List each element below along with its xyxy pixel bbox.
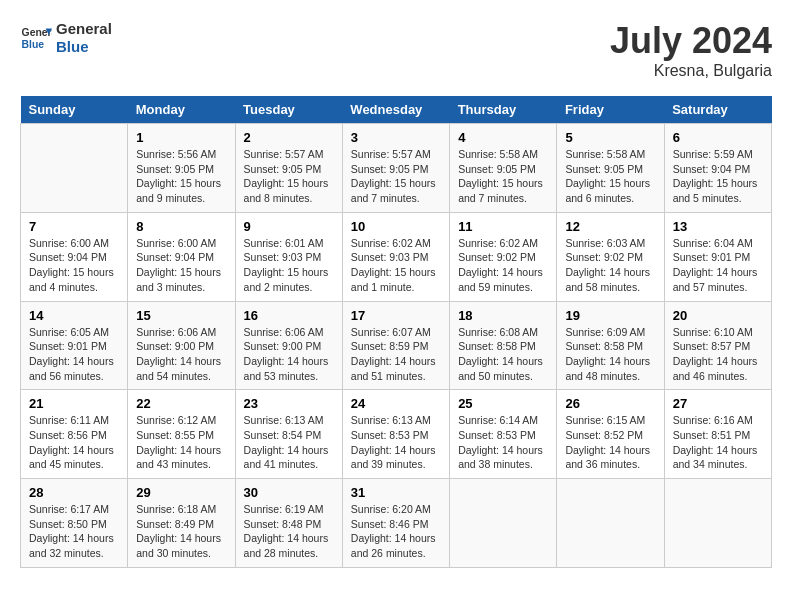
calendar-cell: 9Sunrise: 6:01 AMSunset: 9:03 PMDaylight… <box>235 212 342 301</box>
calendar-cell: 6Sunrise: 5:59 AMSunset: 9:04 PMDaylight… <box>664 124 771 213</box>
day-number: 5 <box>565 130 655 145</box>
day-number: 18 <box>458 308 548 323</box>
calendar-cell <box>450 479 557 568</box>
day-number: 29 <box>136 485 226 500</box>
weekday-header-sunday: Sunday <box>21 96 128 124</box>
day-info: Sunrise: 6:06 AMSunset: 9:00 PMDaylight:… <box>244 325 334 384</box>
weekday-header-thursday: Thursday <box>450 96 557 124</box>
day-info: Sunrise: 6:15 AMSunset: 8:52 PMDaylight:… <box>565 413 655 472</box>
calendar-cell: 2Sunrise: 5:57 AMSunset: 9:05 PMDaylight… <box>235 124 342 213</box>
day-number: 15 <box>136 308 226 323</box>
day-info: Sunrise: 6:20 AMSunset: 8:46 PMDaylight:… <box>351 502 441 561</box>
calendar-cell: 10Sunrise: 6:02 AMSunset: 9:03 PMDayligh… <box>342 212 449 301</box>
day-info: Sunrise: 5:57 AMSunset: 9:05 PMDaylight:… <box>244 147 334 206</box>
calendar-cell: 21Sunrise: 6:11 AMSunset: 8:56 PMDayligh… <box>21 390 128 479</box>
day-info: Sunrise: 6:09 AMSunset: 8:58 PMDaylight:… <box>565 325 655 384</box>
calendar-cell: 12Sunrise: 6:03 AMSunset: 9:02 PMDayligh… <box>557 212 664 301</box>
day-number: 23 <box>244 396 334 411</box>
day-number: 30 <box>244 485 334 500</box>
week-row-1: 1Sunrise: 5:56 AMSunset: 9:05 PMDaylight… <box>21 124 772 213</box>
day-number: 3 <box>351 130 441 145</box>
day-info: Sunrise: 6:13 AMSunset: 8:53 PMDaylight:… <box>351 413 441 472</box>
day-number: 8 <box>136 219 226 234</box>
calendar-cell: 17Sunrise: 6:07 AMSunset: 8:59 PMDayligh… <box>342 301 449 390</box>
day-info: Sunrise: 6:00 AMSunset: 9:04 PMDaylight:… <box>136 236 226 295</box>
month-title: July 2024 <box>610 20 772 62</box>
calendar-cell <box>664 479 771 568</box>
day-number: 9 <box>244 219 334 234</box>
calendar-cell: 29Sunrise: 6:18 AMSunset: 8:49 PMDayligh… <box>128 479 235 568</box>
day-number: 4 <box>458 130 548 145</box>
calendar-cell: 14Sunrise: 6:05 AMSunset: 9:01 PMDayligh… <box>21 301 128 390</box>
day-info: Sunrise: 6:08 AMSunset: 8:58 PMDaylight:… <box>458 325 548 384</box>
day-info: Sunrise: 6:06 AMSunset: 9:00 PMDaylight:… <box>136 325 226 384</box>
day-number: 22 <box>136 396 226 411</box>
day-number: 28 <box>29 485 119 500</box>
day-number: 24 <box>351 396 441 411</box>
day-info: Sunrise: 6:19 AMSunset: 8:48 PMDaylight:… <box>244 502 334 561</box>
day-info: Sunrise: 6:13 AMSunset: 8:54 PMDaylight:… <box>244 413 334 472</box>
day-number: 21 <box>29 396 119 411</box>
weekday-header-tuesday: Tuesday <box>235 96 342 124</box>
day-info: Sunrise: 6:17 AMSunset: 8:50 PMDaylight:… <box>29 502 119 561</box>
location-subtitle: Kresna, Bulgaria <box>610 62 772 80</box>
day-info: Sunrise: 6:02 AMSunset: 9:02 PMDaylight:… <box>458 236 548 295</box>
day-number: 31 <box>351 485 441 500</box>
day-number: 13 <box>673 219 763 234</box>
calendar-cell: 11Sunrise: 6:02 AMSunset: 9:02 PMDayligh… <box>450 212 557 301</box>
day-info: Sunrise: 5:58 AMSunset: 9:05 PMDaylight:… <box>458 147 548 206</box>
day-info: Sunrise: 6:02 AMSunset: 9:03 PMDaylight:… <box>351 236 441 295</box>
calendar-cell: 23Sunrise: 6:13 AMSunset: 8:54 PMDayligh… <box>235 390 342 479</box>
day-info: Sunrise: 5:56 AMSunset: 9:05 PMDaylight:… <box>136 147 226 206</box>
weekday-header-wednesday: Wednesday <box>342 96 449 124</box>
calendar-cell: 4Sunrise: 5:58 AMSunset: 9:05 PMDaylight… <box>450 124 557 213</box>
day-info: Sunrise: 6:03 AMSunset: 9:02 PMDaylight:… <box>565 236 655 295</box>
calendar-cell: 19Sunrise: 6:09 AMSunset: 8:58 PMDayligh… <box>557 301 664 390</box>
day-info: Sunrise: 6:05 AMSunset: 9:01 PMDaylight:… <box>29 325 119 384</box>
day-number: 20 <box>673 308 763 323</box>
day-info: Sunrise: 6:12 AMSunset: 8:55 PMDaylight:… <box>136 413 226 472</box>
day-info: Sunrise: 6:10 AMSunset: 8:57 PMDaylight:… <box>673 325 763 384</box>
day-number: 11 <box>458 219 548 234</box>
day-info: Sunrise: 6:14 AMSunset: 8:53 PMDaylight:… <box>458 413 548 472</box>
page-header: General Blue General Blue July 2024 Kres… <box>20 20 772 80</box>
calendar-cell: 8Sunrise: 6:00 AMSunset: 9:04 PMDaylight… <box>128 212 235 301</box>
svg-text:Blue: Blue <box>22 39 45 50</box>
day-number: 14 <box>29 308 119 323</box>
day-number: 19 <box>565 308 655 323</box>
day-number: 7 <box>29 219 119 234</box>
calendar-cell: 25Sunrise: 6:14 AMSunset: 8:53 PMDayligh… <box>450 390 557 479</box>
calendar-cell: 22Sunrise: 6:12 AMSunset: 8:55 PMDayligh… <box>128 390 235 479</box>
week-row-3: 14Sunrise: 6:05 AMSunset: 9:01 PMDayligh… <box>21 301 772 390</box>
logo: General Blue General Blue <box>20 20 112 56</box>
day-info: Sunrise: 6:11 AMSunset: 8:56 PMDaylight:… <box>29 413 119 472</box>
calendar-cell: 13Sunrise: 6:04 AMSunset: 9:01 PMDayligh… <box>664 212 771 301</box>
day-info: Sunrise: 5:57 AMSunset: 9:05 PMDaylight:… <box>351 147 441 206</box>
weekday-header-saturday: Saturday <box>664 96 771 124</box>
day-number: 17 <box>351 308 441 323</box>
title-block: July 2024 Kresna, Bulgaria <box>610 20 772 80</box>
calendar-cell: 5Sunrise: 5:58 AMSunset: 9:05 PMDaylight… <box>557 124 664 213</box>
calendar-table: SundayMondayTuesdayWednesdayThursdayFrid… <box>20 96 772 568</box>
day-number: 10 <box>351 219 441 234</box>
calendar-cell: 1Sunrise: 5:56 AMSunset: 9:05 PMDaylight… <box>128 124 235 213</box>
calendar-cell: 15Sunrise: 6:06 AMSunset: 9:00 PMDayligh… <box>128 301 235 390</box>
day-info: Sunrise: 6:07 AMSunset: 8:59 PMDaylight:… <box>351 325 441 384</box>
calendar-cell: 26Sunrise: 6:15 AMSunset: 8:52 PMDayligh… <box>557 390 664 479</box>
calendar-cell: 28Sunrise: 6:17 AMSunset: 8:50 PMDayligh… <box>21 479 128 568</box>
day-info: Sunrise: 5:59 AMSunset: 9:04 PMDaylight:… <box>673 147 763 206</box>
calendar-cell: 3Sunrise: 5:57 AMSunset: 9:05 PMDaylight… <box>342 124 449 213</box>
week-row-4: 21Sunrise: 6:11 AMSunset: 8:56 PMDayligh… <box>21 390 772 479</box>
day-info: Sunrise: 6:18 AMSunset: 8:49 PMDaylight:… <box>136 502 226 561</box>
calendar-cell: 20Sunrise: 6:10 AMSunset: 8:57 PMDayligh… <box>664 301 771 390</box>
weekday-header-friday: Friday <box>557 96 664 124</box>
day-info: Sunrise: 6:01 AMSunset: 9:03 PMDaylight:… <box>244 236 334 295</box>
day-info: Sunrise: 6:16 AMSunset: 8:51 PMDaylight:… <box>673 413 763 472</box>
logo-blue: Blue <box>56 38 112 56</box>
day-number: 16 <box>244 308 334 323</box>
calendar-cell: 16Sunrise: 6:06 AMSunset: 9:00 PMDayligh… <box>235 301 342 390</box>
day-number: 12 <box>565 219 655 234</box>
week-row-2: 7Sunrise: 6:00 AMSunset: 9:04 PMDaylight… <box>21 212 772 301</box>
calendar-cell: 24Sunrise: 6:13 AMSunset: 8:53 PMDayligh… <box>342 390 449 479</box>
day-number: 6 <box>673 130 763 145</box>
